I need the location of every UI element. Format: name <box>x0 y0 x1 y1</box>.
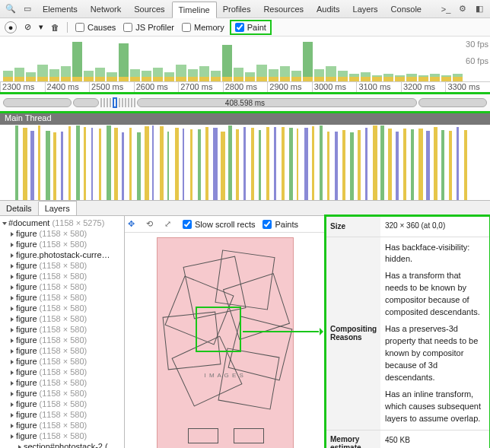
fps-chart[interactable]: 30 fps 60 fps <box>0 37 490 82</box>
tree-row[interactable]: figure (1158 × 580) <box>0 399 124 409</box>
record-button[interactable]: ● <box>5 21 17 33</box>
prop-reasons-key: Compositing Reasons <box>326 237 380 430</box>
tree-row[interactable]: figure (1158 × 580) <box>0 345 124 356</box>
paints-checkbox[interactable]: Paints <box>262 220 298 229</box>
prop-reasons-value: Has backface-visibility: hidden.Has a tr… <box>380 237 490 430</box>
selected-layer-outline[interactable] <box>196 307 241 352</box>
bottom-tab-details[interactable]: Details <box>0 202 39 215</box>
tree-row[interactable]: figure (1158 × 580) <box>0 303 124 313</box>
tree-row[interactable]: figure (1158 × 580) <box>0 281 124 292</box>
layer-outline[interactable] <box>218 348 279 409</box>
prop-size-key: Size <box>326 216 380 237</box>
tree-row[interactable]: figure (1158 × 580) <box>0 228 124 239</box>
timeline-toolbar: ● ⊘ ▾ 🗑 Causes JS Profiler Memory Paint <box>0 18 490 37</box>
prop-memory-value: 450 KB <box>380 431 490 448</box>
drawer-icon[interactable]: >_ <box>438 2 453 17</box>
overview-selection[interactable] <box>113 97 117 108</box>
layer-canvas-panel: ✥ ⟲ ⤢ Slow scroll rects Paints I M A G E… <box>125 216 326 448</box>
layers-panel: #document (1158 × 5275)figure (1158 × 58… <box>0 216 490 448</box>
garbage-icon[interactable]: 🗑 <box>51 23 59 32</box>
slowrects-checkbox[interactable]: Slow scroll rects <box>183 220 255 229</box>
devtools-toolbar: 🔍 ▭ ElementsNetworkSourcesTimelineProfil… <box>0 0 490 18</box>
prop-size-value: 320 × 360 (at 0,0) <box>380 216 490 237</box>
bottom-tab-layers[interactable]: Layers <box>39 201 77 215</box>
tree-row[interactable]: figure (1158 × 580) <box>0 388 124 399</box>
tree-row[interactable]: figure.photostack-curre… <box>0 249 124 260</box>
move-icon[interactable]: ✥ <box>128 219 138 230</box>
tab-audits[interactable]: Audits <box>310 2 347 17</box>
memory-checkbox[interactable]: Memory <box>182 23 224 32</box>
layer-canvas[interactable]: I M A G E S <box>125 233 325 448</box>
filter-icon[interactable]: ▾ <box>39 22 43 32</box>
causes-checkbox[interactable]: Causes <box>75 23 116 32</box>
tree-row[interactable]: figure (1158 × 580) <box>0 292 124 303</box>
tab-layers[interactable]: Layers <box>347 2 385 17</box>
device-icon[interactable]: ▭ <box>20 2 35 17</box>
tree-row[interactable]: figure (1158 × 580) <box>0 324 124 335</box>
tab-network[interactable]: Network <box>84 2 128 17</box>
tree-row[interactable]: figure (1158 × 580) <box>0 239 124 249</box>
flame-chart[interactable] <box>0 125 490 201</box>
tree-row[interactable]: figure (1158 × 580) <box>0 335 124 345</box>
tab-timeline[interactable]: Timeline <box>172 2 217 18</box>
tree-row[interactable]: figure (1158 × 580) <box>0 260 124 271</box>
pointer-arrow <box>243 331 319 332</box>
clear-icon[interactable]: ⊘ <box>24 22 31 32</box>
canvas-toolbar: ✥ ⟲ ⤢ Slow scroll rects Paints <box>125 216 325 233</box>
dock-icon[interactable]: ◧ <box>472 2 487 17</box>
gear-icon[interactable]: ⚙ <box>455 2 470 17</box>
tab-profiles[interactable]: Profiles <box>217 2 258 17</box>
time-axis: 2300 ms2400 ms2500 ms2600 ms2700 ms2800 … <box>0 82 490 94</box>
tab-sources[interactable]: Sources <box>128 2 171 17</box>
tree-row[interactable]: figure (1158 × 580) <box>0 377 124 388</box>
tab-console[interactable]: Console <box>385 2 428 17</box>
paint-checkbox[interactable]: Paint <box>232 22 269 33</box>
tab-elements[interactable]: Elements <box>37 2 84 17</box>
overview-range-label: 408.598 ms <box>225 99 265 107</box>
tree-row[interactable]: figure (1158 × 580) <box>0 367 124 377</box>
tree-row[interactable]: figure (1158 × 580) <box>0 271 124 281</box>
tree-row[interactable]: figure (1158 × 580) <box>0 431 124 441</box>
search-icon[interactable]: 🔍 <box>3 2 18 17</box>
prop-memory-key: Memory estimate <box>326 431 380 448</box>
tree-row[interactable]: #document (1158 × 5275) <box>0 218 124 228</box>
tree-row[interactable]: figure (1158 × 580) <box>0 409 124 420</box>
overview-strip[interactable]: 408.598 ms <box>0 94 490 111</box>
tab-resources[interactable]: Resources <box>257 2 310 17</box>
jsprofiler-checkbox[interactable]: JS Profiler <box>123 23 174 32</box>
tree-row[interactable]: figure (1158 × 580) <box>0 420 124 431</box>
rotate-icon[interactable]: ⟲ <box>146 219 157 230</box>
panel-tabs: ElementsNetworkSourcesTimelineProfilesRe… <box>37 1 428 17</box>
thread-header: Main Thread <box>0 111 490 125</box>
tree-row[interactable]: section#photostack-2 (… <box>0 441 124 448</box>
tree-row[interactable]: figure (1158 × 580) <box>0 356 124 367</box>
fps-labels: 30 fps 60 fps <box>466 40 488 73</box>
layer-tree: #document (1158 × 5275)figure (1158 × 58… <box>0 216 125 448</box>
layer-properties: Size 320 × 360 (at 0,0) Compositing Reas… <box>326 216 490 448</box>
tree-row[interactable]: figure (1158 × 580) <box>0 313 124 324</box>
reset-icon[interactable]: ⤢ <box>164 219 175 230</box>
bottom-tabs: DetailsLayers <box>0 201 490 216</box>
